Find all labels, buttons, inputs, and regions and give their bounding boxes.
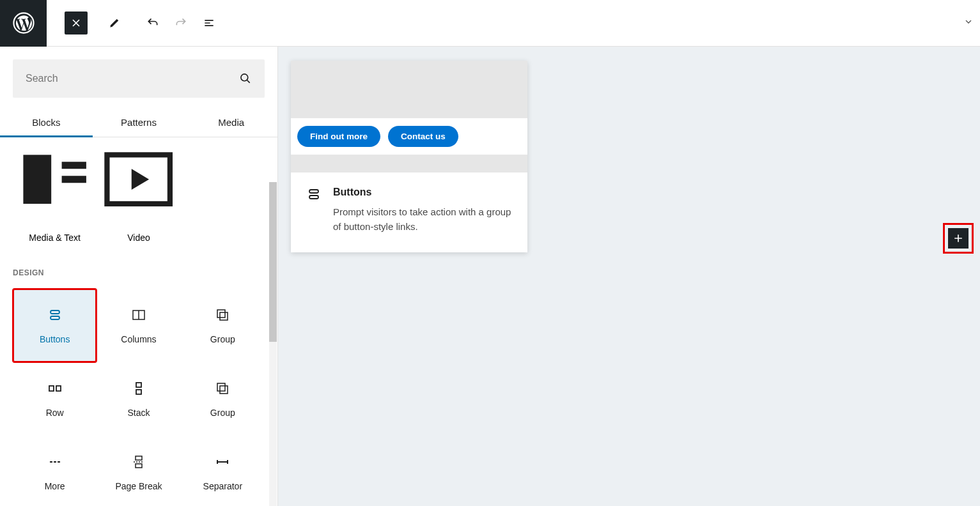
preview-buttons-row: Find out more Contact us xyxy=(291,118,527,155)
editor-canvas: Find out more Contact us Buttons Prompt … xyxy=(278,47,980,506)
plus-icon xyxy=(952,232,965,245)
media-text-icon xyxy=(13,137,97,221)
buttons-icon xyxy=(47,307,63,323)
svg-rect-7 xyxy=(51,310,59,314)
buttons-icon xyxy=(306,187,322,202)
svg-rect-15 xyxy=(136,383,141,387)
search-input[interactable] xyxy=(26,73,239,84)
svg-rect-28 xyxy=(309,190,318,193)
separator-icon xyxy=(215,454,230,470)
block-item-columns[interactable]: Columns xyxy=(97,289,180,362)
wordpress-icon xyxy=(13,12,35,34)
search-box xyxy=(13,59,265,98)
svg-rect-22 xyxy=(136,456,142,460)
settings-caret[interactable] xyxy=(963,17,974,29)
group-icon xyxy=(215,307,230,323)
document-overview-button[interactable] xyxy=(198,12,221,34)
preview-placeholder-gap xyxy=(291,155,527,172)
search-icon xyxy=(239,72,252,85)
preview-description: Prompt visitors to take action with a gr… xyxy=(333,204,512,234)
wordpress-logo[interactable] xyxy=(0,0,47,47)
block-label: Row xyxy=(46,408,64,418)
block-label: Media & Text xyxy=(29,233,81,243)
block-label: Group xyxy=(210,334,235,344)
block-item-video[interactable]: Video xyxy=(97,137,180,249)
group-icon xyxy=(215,381,230,396)
svg-rect-12 xyxy=(220,312,228,320)
block-label: Buttons xyxy=(40,334,70,344)
tab-blocks[interactable]: Blocks xyxy=(0,109,93,137)
chevron-down-icon xyxy=(963,17,974,27)
preview-info: Buttons Prompt visitors to take action w… xyxy=(291,172,527,252)
svg-rect-17 xyxy=(217,383,225,391)
main-content: Blocks Patterns Media Media & Text Video… xyxy=(0,47,980,506)
section-label-design: DESIGN xyxy=(13,268,265,277)
block-item-row[interactable]: Row xyxy=(13,362,97,436)
block-item-group-2[interactable]: Group xyxy=(181,362,265,436)
add-block-highlight xyxy=(943,223,974,254)
undo-button[interactable] xyxy=(141,12,164,34)
preview-button-find-out-more: Find out more xyxy=(297,126,380,147)
close-icon xyxy=(70,17,82,29)
top-toolbar xyxy=(0,0,980,47)
svg-rect-14 xyxy=(56,386,61,391)
block-preview-card: Find out more Contact us Buttons Prompt … xyxy=(291,61,527,252)
svg-rect-13 xyxy=(49,386,54,391)
block-item-page-break[interactable]: Page Break xyxy=(97,436,180,506)
tab-patterns[interactable]: Patterns xyxy=(93,109,185,137)
svg-rect-16 xyxy=(136,390,141,394)
svg-rect-3 xyxy=(23,155,51,204)
svg-rect-24 xyxy=(136,464,142,468)
block-label: More xyxy=(45,481,65,491)
undo-icon xyxy=(146,17,159,29)
preview-button-contact-us: Contact us xyxy=(388,126,458,147)
blocks-list: Media & Text Video DESIGN Buttons Column… xyxy=(0,137,277,506)
block-label: Group xyxy=(210,408,235,418)
block-label: Columns xyxy=(121,334,156,344)
block-inserter-sidebar: Blocks Patterns Media Media & Text Video… xyxy=(0,47,278,506)
preview-title: Buttons xyxy=(333,187,512,198)
row-icon xyxy=(47,381,63,396)
block-label: Video xyxy=(127,233,150,243)
block-item-stack[interactable]: Stack xyxy=(97,362,180,436)
more-icon xyxy=(47,454,63,470)
svg-rect-18 xyxy=(220,386,228,394)
tab-media[interactable]: Media xyxy=(185,109,277,137)
block-label: Page Break xyxy=(115,481,162,491)
redo-icon xyxy=(175,17,187,29)
close-inserter-button[interactable] xyxy=(65,12,88,34)
svg-rect-8 xyxy=(51,316,59,319)
preview-placeholder-top xyxy=(291,61,527,118)
video-icon xyxy=(97,137,180,221)
list-icon xyxy=(203,17,215,29)
block-item-more[interactable]: More xyxy=(13,436,97,506)
block-item-media-text[interactable]: Media & Text xyxy=(13,137,97,249)
stack-icon xyxy=(131,381,146,396)
add-block-button[interactable] xyxy=(948,228,968,249)
redo-button[interactable] xyxy=(169,12,192,34)
block-label: Stack xyxy=(127,408,150,418)
pencil-icon xyxy=(108,17,121,29)
block-label: Separator xyxy=(203,481,242,491)
edit-tool-button[interactable] xyxy=(103,12,126,34)
svg-line-2 xyxy=(247,80,250,83)
svg-rect-29 xyxy=(309,195,318,199)
columns-icon xyxy=(131,307,146,323)
svg-point-1 xyxy=(241,74,248,81)
page-break-icon xyxy=(131,454,146,470)
block-item-separator[interactable]: Separator xyxy=(181,436,265,506)
svg-rect-11 xyxy=(217,310,225,318)
editor-toolbar xyxy=(47,12,980,34)
inserter-tabs: Blocks Patterns Media xyxy=(0,109,277,137)
block-item-group-1[interactable]: Group xyxy=(181,289,265,362)
block-item-buttons[interactable]: Buttons xyxy=(13,289,97,362)
